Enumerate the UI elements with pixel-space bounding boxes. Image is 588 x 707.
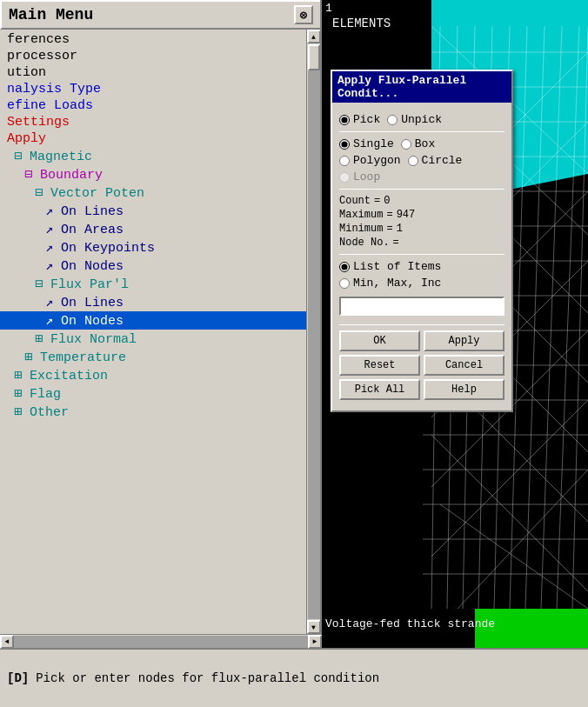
graphics-status: Voltage-fed thick strande	[325, 617, 495, 630]
menu-item-apply[interactable]: Apply	[0, 130, 306, 147]
h-scroll-track[interactable]	[14, 636, 308, 648]
status-prefix: [D]	[7, 671, 29, 685]
menu-item-excitation[interactable]: ⊞ Excitation	[0, 366, 306, 384]
polygon-radio[interactable]	[339, 156, 350, 166]
svg-line-34	[431, 435, 588, 591]
minimum-value: 1	[397, 223, 403, 235]
circle-label: Circle	[422, 154, 463, 167]
box-radio-group[interactable]: Box	[401, 137, 435, 150]
box-radio[interactable]	[401, 139, 411, 150]
list-items-label: List of Items	[353, 260, 441, 273]
menu-item-settings[interactable]: Settings	[0, 114, 306, 130]
node-no-label: Node No.	[339, 237, 390, 249]
menu-item-on-nodes-2[interactable]: ↗ On Nodes	[0, 311, 306, 330]
line-number: 1	[325, 2, 332, 15]
menu-item-preprocessor[interactable]: processor	[0, 48, 306, 64]
pick-all-help-row: Pick All Help	[339, 379, 504, 400]
maximum-row: Maximum = 947	[339, 209, 504, 221]
apply-button[interactable]: Apply	[424, 330, 504, 351]
divider-4	[339, 324, 504, 325]
minimum-label: Minimum	[339, 223, 383, 235]
menu-title: Main Menu	[9, 6, 93, 23]
horizontal-scrollbar[interactable]: ◄ ►	[0, 634, 322, 648]
count-row: Count = 0	[339, 195, 504, 207]
menu-item-flag[interactable]: ⊞ Flag	[0, 384, 306, 403]
count-label: Count	[339, 195, 371, 207]
scroll-right-button[interactable]: ►	[308, 635, 322, 649]
list-items-row: List of Items	[339, 260, 504, 273]
menu-item-solution[interactable]: ution	[0, 64, 306, 81]
node-input-field[interactable]	[339, 297, 504, 316]
menu-item-flux-normal[interactable]: ⊞ Flux Normal	[0, 330, 306, 348]
divider-1	[339, 131, 504, 132]
scroll-thumb[interactable]	[308, 44, 320, 70]
menu-item-on-lines-2[interactable]: ↗ On Lines	[0, 293, 306, 311]
loop-label: Loop	[353, 170, 380, 183]
single-box-row: Single Box	[339, 137, 504, 150]
loop-radio[interactable]	[339, 172, 350, 183]
scroll-track[interactable]	[308, 44, 320, 619]
menu-item-vector-poten[interactable]: ⊟ Vector Poten	[0, 183, 306, 202]
maximum-value: 947	[397, 209, 416, 221]
menu-collapse-button[interactable]: ⊗	[294, 5, 313, 24]
menu-header: Main Menu ⊗	[0, 0, 320, 30]
menu-item-define-loads[interactable]: efine Loads	[0, 97, 306, 114]
menu-item-on-lines-1[interactable]: ↗ On Lines	[0, 202, 306, 220]
menu-item-flux-par[interactable]: ⊟ Flux Par'l	[0, 275, 306, 293]
scroll-up-button[interactable]: ▲	[307, 30, 321, 43]
menu-item-preferences[interactable]: ferences	[0, 31, 306, 48]
circle-radio[interactable]	[408, 156, 418, 166]
menu-item-temperature[interactable]: ⊞ Temperature	[0, 348, 306, 366]
pick-radio-group[interactable]: Pick	[339, 113, 380, 126]
scroll-down-button[interactable]: ▼	[307, 620, 321, 634]
status-bar: [D] Pick or enter nodes for flux-paralle…	[0, 648, 588, 707]
list-items-radio-group[interactable]: List of Items	[339, 260, 441, 273]
menu-item-boundary[interactable]: ⊟ Boundary	[0, 165, 306, 183]
minimum-row: Minimum = 1	[339, 223, 504, 235]
loop-radio-group[interactable]: Loop	[339, 170, 380, 183]
menu-item-on-areas[interactable]: ↗ On Areas	[0, 220, 306, 238]
dialog-title-bar: Apply Flux-Parallel Condit...	[332, 71, 511, 103]
unpick-label: Unpick	[401, 113, 442, 126]
dialog-box: Apply Flux-Parallel Condit... Pick Unpic…	[331, 70, 513, 412]
graphics-area: 1 ELEMENTS	[322, 0, 588, 648]
divider-2	[339, 189, 504, 190]
dialog-body: Pick Unpick Single	[332, 103, 511, 410]
pick-radio[interactable]	[339, 115, 350, 125]
help-button[interactable]: Help	[424, 379, 504, 400]
vertical-scrollbar[interactable]: ▲ ▼	[306, 30, 320, 634]
list-items-radio[interactable]	[339, 262, 350, 272]
ok-apply-row: OK Apply	[339, 330, 504, 351]
polygon-label: Polygon	[353, 154, 401, 167]
menu-item-magnetic[interactable]: ⊟ Magnetic	[0, 147, 306, 165]
loop-row: Loop	[339, 170, 504, 183]
count-value: 0	[384, 195, 390, 207]
scroll-left-button[interactable]: ◄	[0, 635, 14, 649]
box-label: Box	[415, 137, 435, 150]
menu-item-analysis-type[interactable]: nalysis Type	[0, 81, 306, 97]
menu-content: ferences processor ution nalysis Type ef…	[0, 30, 320, 634]
min-max-row: Min, Max, Inc	[339, 277, 504, 290]
menu-item-other[interactable]: ⊞ Other	[0, 403, 306, 421]
unpick-radio-group[interactable]: Unpick	[387, 113, 442, 126]
divider-3	[339, 254, 504, 255]
pick-unpick-row: Pick Unpick	[339, 113, 504, 126]
dialog-title-text: Apply Flux-Parallel Condit...	[337, 74, 506, 100]
single-radio[interactable]	[339, 139, 350, 150]
circle-radio-group[interactable]: Circle	[408, 154, 463, 167]
ok-button[interactable]: OK	[339, 330, 420, 351]
min-max-label: Min, Max, Inc	[353, 277, 441, 290]
svg-line-41	[431, 400, 588, 557]
single-radio-group[interactable]: Single	[339, 137, 394, 150]
node-no-row: Node No. =	[339, 237, 504, 249]
menu-item-on-nodes-1[interactable]: ↗ On Nodes	[0, 257, 306, 275]
unpick-radio[interactable]	[387, 115, 398, 125]
min-max-radio[interactable]	[339, 278, 350, 289]
menu-item-on-keypoints[interactable]: ↗ On Keypoints	[0, 238, 306, 257]
reset-button[interactable]: Reset	[339, 355, 420, 376]
polygon-radio-group[interactable]: Polygon	[339, 154, 401, 167]
menu-scroll-area[interactable]: ferences processor ution nalysis Type ef…	[0, 30, 306, 634]
min-max-radio-group[interactable]: Min, Max, Inc	[339, 277, 441, 290]
pick-all-button[interactable]: Pick All	[339, 379, 420, 400]
cancel-button[interactable]: Cancel	[424, 355, 504, 376]
